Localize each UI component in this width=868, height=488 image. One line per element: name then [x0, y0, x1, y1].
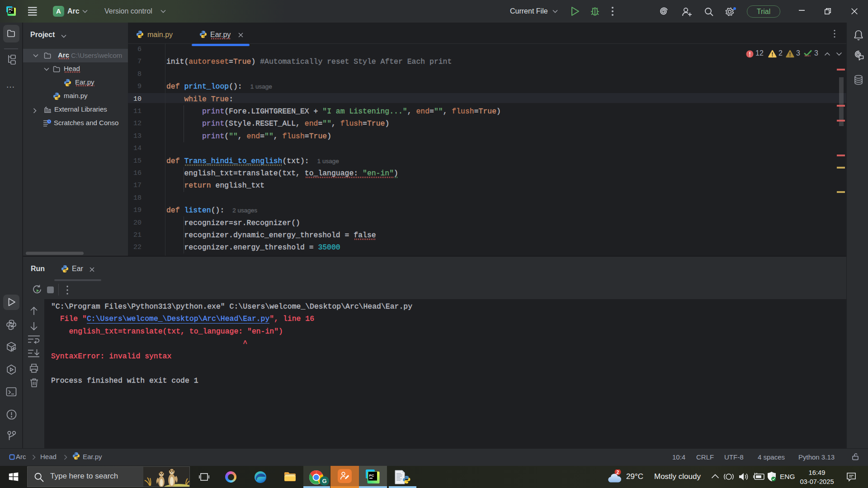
svg-text:PC: PC: [369, 474, 374, 478]
svg-text:PC: PC: [9, 8, 13, 11]
svg-text:2: 2: [617, 469, 619, 475]
